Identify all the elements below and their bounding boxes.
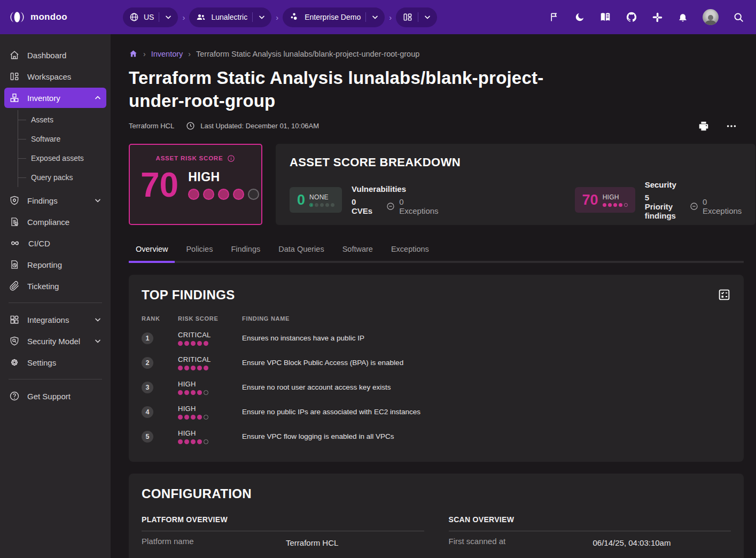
column-header-finding-name: FINDING NAME: [242, 315, 731, 322]
breakdown-title: ASSET SCORE BREAKDOWN: [290, 156, 742, 169]
severity-dot: [613, 203, 617, 207]
sidebar-item-query-packs[interactable]: Query packs: [18, 168, 111, 187]
pill-divider: [365, 12, 366, 22]
sidebar-item-compliance[interactable]: Compliance: [4, 212, 106, 232]
sidebar-item-exposed-assets[interactable]: Exposed assets: [18, 149, 111, 168]
rank-badge: 5: [142, 431, 153, 443]
sidebar-item-security-model[interactable]: Security Model: [4, 331, 106, 351]
chevron-down-icon: [423, 13, 432, 21]
workspaces-icon: [9, 71, 20, 82]
context-pill-lunalectric[interactable]: Lunalectric: [189, 7, 271, 27]
sidebar-item-settings[interactable]: Settings: [4, 352, 106, 373]
sidebar-item-integrations[interactable]: Integrations: [4, 309, 106, 330]
config-value: Terraform HCL: [286, 537, 424, 549]
severity-dot: [184, 390, 189, 395]
context-pill-label: Lunalectric: [211, 13, 247, 21]
notifications-icon[interactable]: [677, 12, 688, 22]
context-pill-enterprise-demo[interactable]: Enterprise Demo: [283, 7, 385, 27]
tab-software[interactable]: Software: [336, 238, 380, 261]
print-button[interactable]: [698, 120, 710, 132]
config-value: 06/14/25, 04:03:10am: [593, 537, 731, 549]
severity-dot: [197, 439, 202, 444]
severity-dot: [197, 415, 202, 420]
severity-dot: [197, 341, 202, 346]
sidebar-item-get-support[interactable]: Get Support: [4, 386, 106, 406]
more-options-button[interactable]: [726, 120, 737, 132]
severity-dot: [178, 366, 183, 370]
security-group: 70 HIGH Security 5 Priority findings: [575, 180, 742, 220]
vulnerabilities-group: 0 NONE Vulnerabilities 0 CVEs: [290, 184, 439, 215]
context-pill-workspace[interactable]: [396, 7, 437, 27]
mondoo-logo[interactable]: mondoo: [0, 10, 111, 24]
finding-name: Ensure no public IPs are associated with…: [242, 408, 731, 416]
security-score: 70: [582, 192, 598, 208]
severity-dot: [204, 390, 208, 395]
table-row[interactable]: 3HIGHEnsure no root user account access …: [142, 375, 731, 400]
sidebar-item-reporting[interactable]: Reporting: [4, 254, 106, 275]
severity-dot: [248, 189, 259, 200]
finding-name: Ensure no root user account access key e…: [242, 383, 731, 391]
page-title: Terraform Static Analysis lunalabs/blank…: [129, 67, 572, 113]
sidebar-item-ci-cd[interactable]: CI/CD: [4, 233, 106, 253]
table-row[interactable]: 2CRITICALEnsure VPC Block Public Access …: [142, 351, 731, 375]
vulnerabilities-title: Vulnerabilities: [352, 184, 439, 193]
tab-exceptions[interactable]: Exceptions: [384, 238, 436, 261]
flag-icon[interactable]: [549, 12, 560, 22]
severity-dot: [178, 390, 183, 395]
chevron-down-icon: [93, 315, 102, 324]
table-row[interactable]: 5HIGHEnsure VPC flow logging is enabled …: [142, 424, 731, 449]
breadcrumb-inventory-link[interactable]: Inventory: [151, 50, 183, 58]
tab-overview[interactable]: Overview: [129, 238, 175, 261]
findings-icon: [9, 195, 20, 206]
globe-icon: [129, 12, 139, 22]
last-updated-label: Last Updated: December 01, 10:06AM: [200, 122, 319, 130]
context-pill-label: US: [144, 13, 154, 21]
severity-dot: [603, 203, 606, 207]
tab-policies[interactable]: Policies: [179, 238, 220, 261]
asset-score-breakdown-card: ASSET SCORE BREAKDOWN 0 NONE Vulnerabili…: [276, 144, 755, 225]
risk-score-dots: [178, 341, 242, 346]
user-avatar[interactable]: [703, 9, 719, 25]
security-severity: HIGH: [603, 193, 628, 201]
sidebar-item-workspaces[interactable]: Workspaces: [4, 66, 106, 87]
sidebar-item-assets[interactable]: Assets: [18, 110, 111, 129]
sidebar-item-findings[interactable]: Findings: [4, 190, 106, 211]
page-meta: Terraform HCL Last Updated: December 01,…: [129, 120, 744, 132]
checklist-icon[interactable]: [718, 288, 731, 301]
sidebar-item-label: Dashboard: [27, 51, 66, 60]
tab-bar: OverviewPoliciesFindingsData QueriesSoft…: [129, 238, 744, 263]
sidebar-item-label: Get Support: [27, 392, 71, 401]
pill-divider: [159, 12, 159, 22]
severity-dot: [320, 203, 324, 207]
context-pill-us[interactable]: US: [123, 7, 178, 27]
sidebar-item-inventory[interactable]: Inventory: [4, 88, 106, 108]
sidebar-subitem-label: Exposed assets: [31, 154, 84, 162]
tab-findings[interactable]: Findings: [224, 238, 267, 261]
table-row[interactable]: 1CRITICALEnsures no instances have a pub…: [142, 326, 731, 351]
home-icon[interactable]: [129, 49, 138, 58]
slack-icon[interactable]: [652, 12, 663, 23]
severity-dot: [188, 189, 199, 200]
risk-severity-label: CRITICAL: [178, 355, 242, 363]
docs-icon[interactable]: [599, 11, 611, 23]
severity-dot: [191, 415, 196, 420]
sidebar-item-ticketing[interactable]: Ticketing: [4, 276, 106, 296]
top-findings-card: TOP FINDINGS RANKRISK SCOREFINDING NAME1…: [129, 275, 744, 462]
severity-dot: [178, 439, 183, 444]
security-score-chip: 70 HIGH: [575, 187, 635, 213]
github-icon[interactable]: [626, 11, 637, 23]
help-icon: [9, 391, 20, 401]
info-icon[interactable]: [227, 154, 235, 162]
severity-dot: [218, 189, 229, 200]
breadcrumb: › Inventory › Terraform Static Analysis …: [129, 49, 744, 58]
mondoo-logo-icon: [9, 10, 25, 24]
security-title: Security: [645, 180, 742, 189]
sidebar-item-dashboard[interactable]: Dashboard: [4, 45, 106, 65]
top-findings-table: RANKRISK SCOREFINDING NAME1CRITICALEnsur…: [142, 315, 731, 449]
tab-data-queries[interactable]: Data Queries: [271, 238, 331, 261]
dark-mode-icon[interactable]: [574, 12, 585, 22]
search-icon[interactable]: [733, 12, 744, 23]
risk-score-dots: [178, 390, 242, 395]
sidebar-item-software[interactable]: Software: [18, 129, 111, 149]
table-row[interactable]: 4HIGHEnsure no public IPs are associated…: [142, 400, 731, 424]
